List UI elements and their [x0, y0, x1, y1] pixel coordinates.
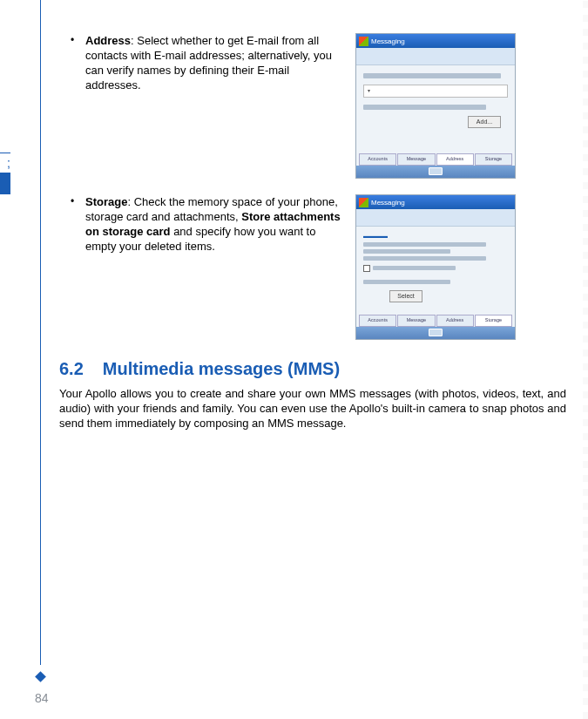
tab-message: Message	[397, 153, 435, 166]
tab-accounts: Accounts	[359, 315, 396, 327]
windows-icon	[359, 37, 368, 46]
dropdown-field: ▾	[363, 85, 508, 98]
bullet-label: Address	[85, 34, 131, 47]
blur-line	[363, 280, 450, 284]
tab-address: Address	[436, 315, 474, 327]
side-tab-bottom	[0, 173, 10, 194]
tab-storage: Storage	[475, 153, 512, 166]
bullet-item-storage: • Storage: Check the memory space of you…	[59, 194, 566, 340]
windows-icon	[359, 198, 368, 207]
window-titlebar: Messaging	[356, 195, 515, 209]
window-bottombar	[356, 327, 515, 339]
footer-diamond-icon	[35, 671, 46, 682]
bullet-item-address: • Address: Select whether to get E-mail …	[59, 33, 566, 179]
keyboard-icon	[429, 167, 443, 175]
window-title: Messaging	[371, 199, 405, 207]
screenshot-container: Messaging ▾ Add... Accounts Message Addr…	[355, 33, 521, 179]
storage-screenshot: Messaging ▬▬▬▬ Select Accounts Message	[355, 194, 516, 340]
tab-address: Address	[436, 153, 474, 166]
window-titlebar: Messaging	[356, 34, 515, 48]
section-number: 6.2	[59, 359, 84, 378]
page-content: • Address: Select whether to get E-mail …	[59, 33, 566, 431]
page-right-edge	[583, 0, 588, 719]
bullet-marker: •	[59, 33, 85, 179]
window-title: Messaging	[371, 37, 405, 45]
window-body: ▾ Add...	[356, 65, 515, 118]
window-toolbar	[356, 48, 515, 65]
section-heading: 6.2Multimedia messages (MMS)	[59, 359, 566, 379]
select-button-mock: Select	[389, 290, 422, 302]
window-tabs: Accounts Message Address Storage	[359, 315, 512, 327]
bullet-text: • Address: Select whether to get E-mail …	[59, 33, 341, 179]
blur-line	[373, 266, 456, 270]
side-tab: ;	[0, 153, 10, 194]
window-toolbar	[356, 209, 515, 227]
window-body: ▬▬▬▬ Select	[356, 227, 515, 308]
add-button-mock: Add...	[468, 116, 501, 128]
tab-message: Message	[397, 315, 435, 327]
tab-accounts: Accounts	[359, 153, 396, 166]
bullet-text: • Storage: Check the memory space of you…	[59, 194, 341, 340]
bullet-body: Address: Select whether to get E-mail fr…	[85, 33, 341, 179]
keyboard-icon	[429, 329, 443, 336]
tab-storage: Storage	[475, 315, 512, 327]
checkbox-row	[363, 263, 508, 273]
side-tab-top: ;	[0, 153, 10, 173]
bullet-body: Storage: Check the memory space of your …	[85, 194, 341, 340]
page-number: 84	[35, 691, 49, 705]
blur-line	[363, 242, 486, 247]
bullet-marker: •	[59, 194, 85, 340]
blur-line	[363, 105, 486, 110]
blur-line	[363, 256, 486, 261]
section-body: Your Apollo allows you to create and sha…	[59, 386, 566, 431]
vertical-divider	[40, 0, 41, 665]
checkbox-icon	[363, 265, 370, 272]
bullet-label: Storage	[85, 195, 127, 208]
blur-line	[363, 73, 501, 78]
window-bottombar	[356, 166, 515, 178]
blur-line	[363, 249, 450, 254]
address-screenshot: Messaging ▾ Add... Accounts Message Addr…	[355, 33, 516, 179]
section-title: Multimedia messages (MMS)	[103, 359, 340, 378]
section-label: ▬▬▬▬	[363, 232, 508, 240]
window-tabs: Accounts Message Address Storage	[359, 153, 512, 166]
screenshot-container: Messaging ▬▬▬▬ Select Accounts Message	[355, 194, 521, 340]
